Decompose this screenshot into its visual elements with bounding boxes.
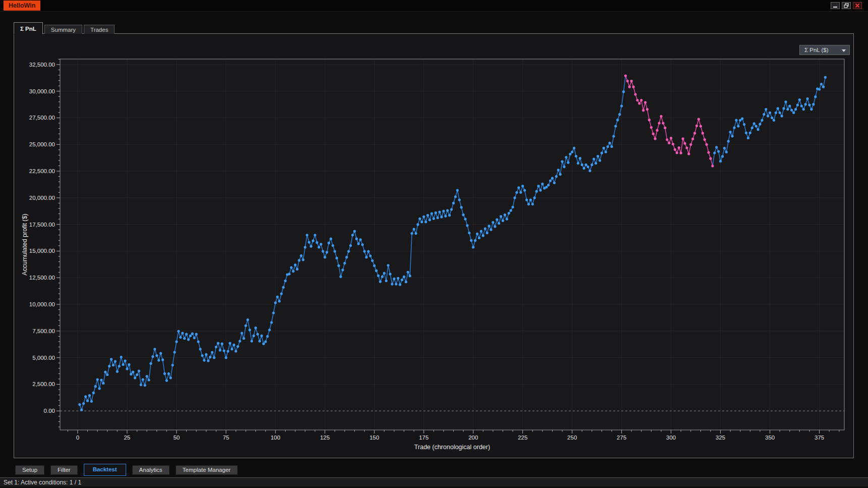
svg-text:200: 200 — [468, 435, 478, 441]
svg-text:375: 375 — [815, 435, 824, 441]
restore-icon — [844, 3, 849, 8]
chevron-down-icon — [842, 49, 846, 52]
svg-text:250: 250 — [567, 435, 577, 441]
svg-text:0: 0 — [76, 435, 79, 441]
svg-text:175: 175 — [419, 435, 428, 441]
svg-text:0.00: 0.00 — [44, 408, 55, 414]
status-bar: Set 1: Active conditions: 1 / 1 — [0, 477, 868, 486]
top-tab-trades[interactable]: Trades — [84, 25, 115, 34]
svg-text:25,000.00: 25,000.00 — [29, 141, 55, 147]
svg-text:Accumulated profit ($): Accumulated profit ($) — [21, 213, 28, 275]
series-select-value: Σ PnL ($) — [804, 47, 829, 53]
minimize-button[interactable] — [831, 2, 840, 9]
svg-text:350: 350 — [765, 435, 775, 441]
series-select-dropdown[interactable]: Σ PnL ($) — [799, 45, 850, 55]
bottom-tab-template-manager[interactable]: Template Manager — [176, 465, 238, 475]
bottom-tab-backtest[interactable]: Backtest — [84, 464, 126, 476]
bottom-tab-filter[interactable]: Filter — [50, 465, 78, 475]
svg-text:5,000.00: 5,000.00 — [32, 355, 55, 361]
bottom-tab-setup[interactable]: Setup — [15, 465, 44, 475]
top-tab-summary[interactable]: Summary — [44, 25, 82, 34]
svg-text:50: 50 — [173, 435, 180, 441]
svg-text:Trade (chronological order): Trade (chronological order) — [414, 444, 490, 451]
minimize-icon — [833, 3, 838, 8]
application-window: HelloWin Σ PnLSummaryTrades Σ PnL ($) 02… — [0, 0, 868, 488]
svg-text:2,500.00: 2,500.00 — [32, 381, 55, 387]
svg-text:25: 25 — [124, 435, 130, 441]
pnl-chart[interactable]: 0255075100125150175200225250275300325350… — [17, 36, 852, 456]
title-bar: HelloWin — [0, 0, 868, 12]
svg-text:300: 300 — [666, 435, 676, 441]
svg-text:17,500.00: 17,500.00 — [29, 222, 55, 228]
status-text: Set 1: Active conditions: 1 / 1 — [4, 479, 81, 486]
svg-text:12,500.00: 12,500.00 — [29, 275, 55, 281]
svg-text:125: 125 — [320, 435, 330, 441]
svg-text:27,500.00: 27,500.00 — [29, 115, 55, 121]
top-tab--pnl[interactable]: Σ PnL — [14, 22, 43, 34]
svg-text:150: 150 — [369, 435, 379, 441]
svg-text:7,500.00: 7,500.00 — [32, 328, 55, 334]
svg-text:20,000.00: 20,000.00 — [29, 195, 55, 201]
svg-text:75: 75 — [223, 435, 229, 441]
svg-text:225: 225 — [518, 435, 527, 441]
svg-text:32,500.00: 32,500.00 — [29, 62, 55, 68]
svg-text:100: 100 — [270, 435, 280, 441]
restore-button[interactable] — [842, 2, 851, 9]
svg-text:22,500.00: 22,500.00 — [29, 168, 55, 174]
bottom-tab-strip: SetupFilterBacktestAnalyticsTemplate Man… — [15, 464, 244, 476]
top-tab-strip: Σ PnLSummaryTrades — [14, 22, 116, 34]
svg-text:325: 325 — [716, 435, 725, 441]
app-title: HelloWin — [4, 1, 40, 11]
svg-text:10,000.00: 10,000.00 — [29, 301, 55, 307]
svg-text:275: 275 — [617, 435, 626, 441]
svg-text:30,000.00: 30,000.00 — [29, 88, 55, 94]
close-button[interactable] — [853, 2, 862, 9]
close-icon — [855, 3, 860, 8]
bottom-tab-analytics[interactable]: Analytics — [132, 465, 170, 475]
svg-text:15,000.00: 15,000.00 — [29, 248, 55, 254]
